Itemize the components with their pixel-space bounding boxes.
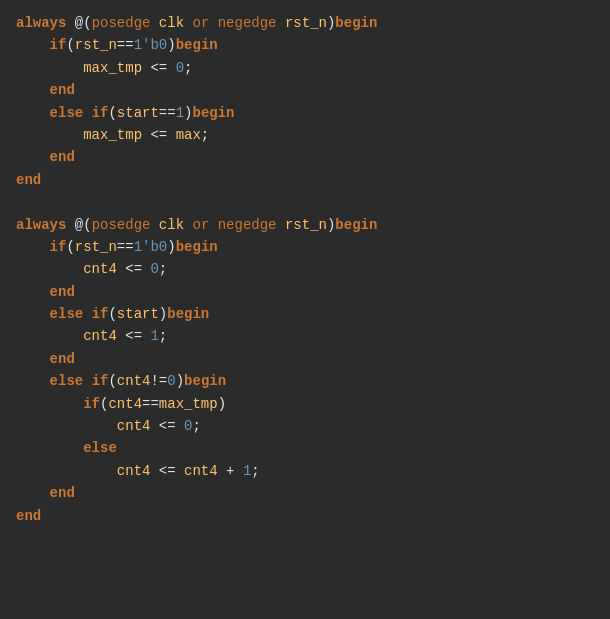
code-line-17: else if(cnt4!=0)begin [16,370,594,392]
code-line-3: max_tmp <= 0; [16,57,594,79]
code-line-21: cnt4 <= cnt4 + 1; [16,460,594,482]
code-line-18: if(cnt4==max_tmp) [16,393,594,415]
code-line-19: cnt4 <= 0; [16,415,594,437]
code-line-2: if(rst_n==1'b0)begin [16,34,594,56]
code-line-1: always @(posedge clk or negedge rst_n)be… [16,12,594,34]
code-line-22: end [16,482,594,504]
code-line-12: cnt4 <= 0; [16,258,594,280]
code-line-14: else if(start)begin [16,303,594,325]
code-line-4: end [16,79,594,101]
code-line-6: max_tmp <= max; [16,124,594,146]
code-block: always @(posedge clk or negedge rst_n)be… [0,0,610,619]
code-line-23: end [16,505,594,527]
code-line-20: else [16,437,594,459]
code-line-11: if(rst_n==1'b0)begin [16,236,594,258]
code-line-16: end [16,348,594,370]
code-line-7: end [16,146,594,168]
code-line-13: end [16,281,594,303]
code-line-15: cnt4 <= 1; [16,325,594,347]
code-line-8: end [16,169,594,191]
code-line-blank [16,191,594,213]
code-line-5: else if(start==1)begin [16,102,594,124]
code-line-10: always @(posedge clk or negedge rst_n)be… [16,214,594,236]
